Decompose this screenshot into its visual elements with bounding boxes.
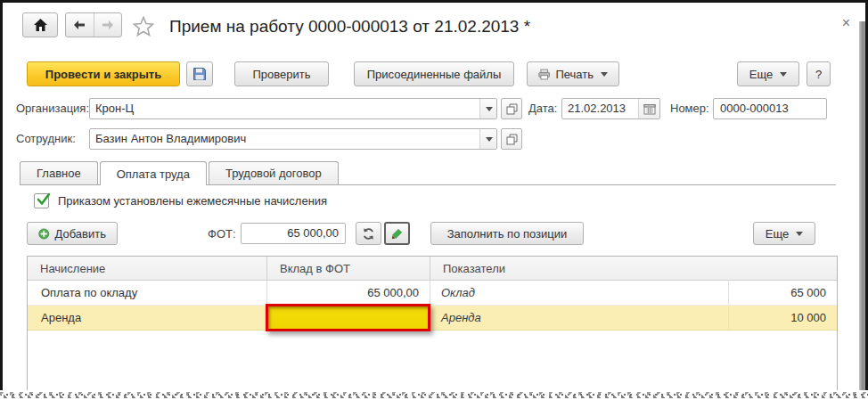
date-input[interactable]: 21.02.2013 — [561, 98, 660, 119]
tab-payroll[interactable]: Оплата труда — [100, 161, 207, 185]
caret-down-icon — [796, 232, 803, 236]
close-icon[interactable]: × — [839, 14, 854, 32]
employee-label: Сотрудник: — [16, 132, 76, 145]
indicator-name-cell[interactable]: Аренда — [430, 306, 729, 330]
green-check-icon — [36, 192, 52, 207]
organization-label: Организация: — [16, 102, 89, 115]
accruals-table: Начисление Вклад в ФОТ Показатели Оплата… — [27, 256, 838, 394]
forward-arrow-icon — [101, 20, 115, 30]
accrual-cell[interactable]: Аренда — [28, 306, 267, 330]
table-command-bar: Добавить ФОТ: 65 000,00 Заполнить по поз… — [0, 222, 856, 247]
calendar-icon — [643, 103, 656, 115]
organization-dropdown-button[interactable] — [479, 99, 496, 118]
date-calendar-button[interactable] — [638, 99, 659, 118]
number-label: Номер: — [670, 102, 709, 115]
number-input[interactable]: 0000-000013 — [713, 98, 827, 119]
date-label: Дата: — [528, 102, 557, 115]
refresh-icon — [362, 227, 375, 241]
fot-label: ФОТ: — [208, 227, 236, 241]
table-row-selected[interactable]: Аренда Аренда 10 000 — [28, 306, 837, 331]
employee-dropdown-button[interactable] — [479, 129, 496, 149]
forward-button[interactable] — [94, 13, 122, 37]
home-button[interactable] — [22, 12, 58, 37]
active-cell-highlight[interactable] — [266, 304, 430, 331]
caret-down-icon — [601, 72, 608, 77]
column-header-fot-contribution[interactable]: Вклад в ФОТ — [267, 257, 430, 280]
fot-contribution-cell[interactable]: 65 000,00 — [267, 281, 430, 305]
caret-down-icon — [486, 137, 493, 142]
add-plus-icon — [38, 227, 50, 241]
caret-down-icon — [486, 107, 493, 111]
window-right-shadow — [859, 21, 865, 395]
tab-strip: Главное Оплата труда Трудовой договор — [20, 161, 836, 185]
fot-input[interactable]: 65 000,00 — [241, 223, 346, 244]
monthly-accruals-checkbox[interactable] — [34, 193, 49, 208]
nav-history-group — [65, 12, 122, 37]
monthly-accruals-checkbox-label: Приказом установлены ежемесячные начисле… — [58, 194, 327, 208]
back-arrow-icon — [72, 20, 86, 30]
verify-button[interactable]: Проверить — [234, 61, 329, 86]
favorite-star-button[interactable] — [133, 16, 154, 39]
indicator-value-cell[interactable]: 10 000 — [729, 306, 837, 330]
edit-fot-button[interactable] — [384, 222, 410, 245]
back-button[interactable] — [66, 13, 94, 37]
star-icon — [133, 16, 154, 37]
screenshot-torn-edge — [0, 390, 868, 400]
print-button[interactable]: Печать — [527, 61, 619, 86]
printer-icon — [538, 68, 550, 81]
page-title: Прием на работу 0000-000013 от 21.02.201… — [169, 17, 530, 37]
table-more-button[interactable]: Еще — [753, 222, 815, 245]
toolbar-more-button[interactable]: Еще — [737, 61, 799, 86]
pencil-icon — [391, 227, 403, 241]
add-row-button[interactable]: Добавить — [27, 222, 118, 245]
indicator-value-cell[interactable]: 65 000 — [729, 281, 837, 305]
caret-down-icon — [780, 72, 787, 77]
save-icon — [192, 67, 207, 81]
fill-by-position-button[interactable]: Заполнить по позиции — [430, 222, 584, 245]
picker-icon — [506, 103, 518, 115]
help-button[interactable]: ? — [807, 61, 831, 86]
column-header-accrual[interactable]: Начисление — [28, 257, 267, 280]
refresh-fot-button[interactable] — [356, 222, 381, 245]
employee-input[interactable]: Базин Антон Владимирович — [89, 128, 497, 150]
tab-labor-contract[interactable]: Трудовой договор — [209, 161, 339, 184]
picker-icon — [506, 134, 518, 145]
column-header-indicators[interactable]: Показатели — [430, 257, 837, 280]
home-icon — [33, 18, 48, 32]
table-header-row: Начисление Вклад в ФОТ Показатели — [28, 257, 837, 281]
organization-picker-button[interactable] — [501, 98, 522, 119]
save-button[interactable] — [186, 61, 213, 86]
employee-picker-button[interactable] — [501, 128, 522, 150]
accrual-cell[interactable]: Оплата по окладу — [28, 281, 267, 305]
post-and-close-button[interactable]: Провести и закрыть — [27, 61, 180, 86]
table-row[interactable]: Оплата по окладу 65 000,00 Оклад 65 000 — [28, 281, 837, 306]
fot-contribution-cell-active[interactable] — [267, 306, 430, 330]
attached-files-button[interactable]: Присоединенные файлы — [354, 61, 514, 86]
toolbar: Провести и закрыть Проверить Присоединен… — [0, 61, 856, 88]
indicator-name-cell[interactable]: Оклад — [430, 281, 729, 305]
organization-input[interactable]: Крон-Ц — [89, 98, 497, 119]
tab-main[interactable]: Главное — [20, 161, 98, 184]
